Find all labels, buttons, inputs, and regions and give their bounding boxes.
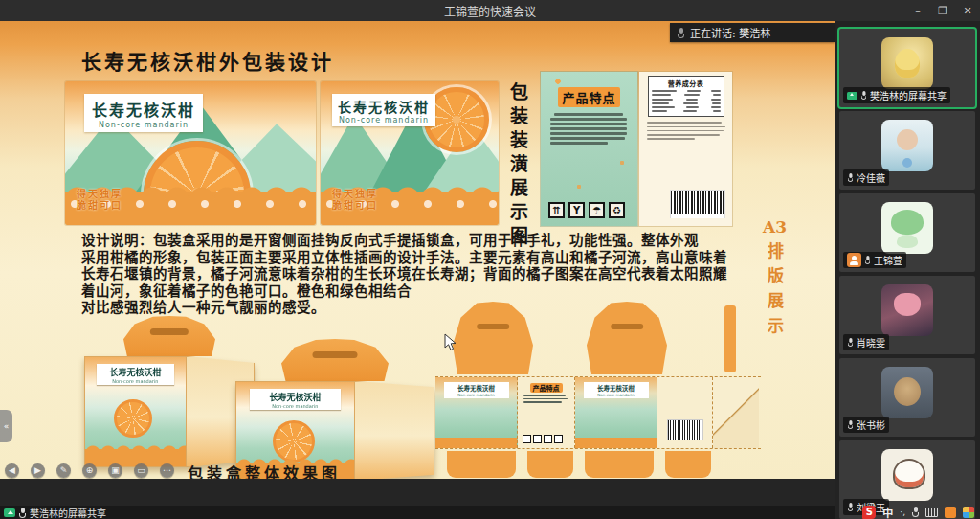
- participant-label: 冷佳薇: [843, 169, 889, 186]
- participant-tile[interactable]: 冷佳薇: [839, 111, 975, 190]
- box-gable-top: [281, 339, 389, 381]
- shared-screen: 长寿无核沃柑外包装设计 长寿无核沃柑 Non-core mandarin 得天独…: [0, 21, 835, 479]
- meeting-panel-handle[interactable]: «: [0, 410, 12, 442]
- vertical-caption: 包装装潢展示图: [505, 82, 531, 250]
- window-title: 王锦萱的快速会议: [0, 3, 980, 19]
- package-brand-label: 长寿无核沃柑 Non-core mandarin: [84, 94, 203, 132]
- mic-icon: [848, 420, 854, 429]
- share-status-label: 樊浩林的屏幕共享: [30, 506, 106, 519]
- box-render-left: 长寿无核沃柑Non-core mandarin: [84, 316, 255, 467]
- participant-name: 张书彬: [857, 417, 885, 432]
- ime-punctuation-toggle[interactable]: ·,: [900, 508, 905, 517]
- screen-share-icon: [847, 92, 858, 100]
- participant-tile-host[interactable]: 王锦萱: [839, 193, 975, 272]
- diecut-fold-panel: [713, 377, 759, 448]
- more-tools-button[interactable]: ⋯: [160, 463, 174, 478]
- participant-tile[interactable]: 张书彬: [839, 358, 975, 437]
- mouse-cursor: [444, 333, 457, 352]
- ime-voice-icon[interactable]: [912, 507, 919, 517]
- previous-slide-button[interactable]: ◀: [5, 463, 19, 478]
- description-line: 着山河，象征着橘子的色艳可口。橙色和绿色相结合: [81, 282, 763, 300]
- participant-name: 冷佳薇: [857, 170, 885, 185]
- mic-icon: [848, 173, 854, 182]
- participant-label: 肖晓雯: [843, 334, 889, 350]
- host-badge-icon: [847, 253, 861, 267]
- box-front-face: 长寿无核沃柑Non-core mandarin: [84, 356, 187, 467]
- mic-icon: [861, 91, 867, 100]
- diecut-gable-flap: [587, 302, 667, 374]
- nutrition-table: 营养成分表: [648, 76, 724, 117]
- minimize-button[interactable]: –: [905, 0, 930, 21]
- diecut-panel-row: 长寿无核沃柑Non-core mandarin 产品特点 长寿无核沃柑Non-c…: [435, 376, 761, 449]
- close-button[interactable]: ✕: [955, 0, 980, 21]
- mic-icon: [848, 338, 854, 347]
- diecut-features-panel: 产品特点: [518, 377, 575, 448]
- package-design-front: 长寿无核沃柑 Non-core mandarin 得天独厚 脆甜可口: [65, 81, 316, 225]
- screen-share-icon: [4, 508, 15, 517]
- features-title: 产品特点: [558, 87, 619, 107]
- participant-tile-sharing[interactable]: 樊浩林的屏幕共享: [839, 29, 975, 107]
- diecut-bottom-flaps: [447, 451, 711, 478]
- product-features-panel: 产品特点 ⇈ Y ☂ ♻: [541, 72, 637, 226]
- participant-label: 张书彬: [843, 417, 889, 433]
- nutrition-title: 营养成分表: [652, 79, 721, 88]
- participant-label: 樊浩林的屏幕共享: [843, 87, 950, 103]
- diecut-barcode-panel: [657, 377, 713, 448]
- description-line: 长寿石堰镇的背景，橘子河流意味着杂柑的生长环境在长寿湖；背面的橘子图案在高空代表…: [81, 265, 763, 282]
- title-bar: 王锦萱的快速会议 – ❐ ✕: [0, 0, 980, 21]
- bottom-caption: 包装盒整体效果图: [188, 461, 341, 479]
- mic-icon: [865, 256, 871, 264]
- meeting-window: 王锦萱的快速会议 – ❐ ✕ 长寿无核沃柑外包装设计 长寿无核沃柑 Non-co…: [0, 0, 980, 519]
- participant-label: 王锦萱: [843, 252, 906, 268]
- diecut-back-panel: 长寿无核沃柑Non-core mandarin: [575, 377, 657, 448]
- avatar: [881, 202, 933, 254]
- ime-language-toggle[interactable]: 中: [882, 505, 893, 519]
- mic-icon: [678, 28, 684, 38]
- participants-sidebar: 樊浩林的屏幕共享 冷佳薇 王锦萱 肖晓雯: [835, 21, 980, 519]
- recycle-icon: ♻: [609, 202, 625, 218]
- barcode: [670, 190, 725, 218]
- diecut-gable-flap: [453, 302, 533, 374]
- a3-layout-caption: A3 排版展示: [763, 217, 787, 342]
- description-line: 采用柑橘的形象，包装正面主要采用立体性插画的设计手法。主要元素有高山和橘子河流，…: [81, 249, 763, 266]
- mic-icon: [19, 508, 26, 518]
- package-design-back: 长寿无核沃柑 Non-core mandarin 得天独厚 脆甜可口: [321, 81, 499, 225]
- diecut-template: 长寿无核沃柑Non-core mandarin 产品特点 长寿无核沃柑Non-c…: [435, 302, 761, 479]
- box-render-right: 长寿无核沃柑Non-core mandarin: [235, 339, 434, 479]
- slide-grid-button[interactable]: ▣: [108, 463, 122, 478]
- ime-keyboard-icon[interactable]: [925, 508, 938, 517]
- maximize-button[interactable]: ❐: [930, 0, 955, 21]
- ime-toolbar: S 中 ·,: [862, 505, 974, 519]
- box-gable-top: [123, 316, 215, 356]
- ime-logo-icon[interactable]: S: [862, 506, 876, 519]
- laser-pointer-button[interactable]: ⊕: [82, 463, 97, 478]
- ime-skin-icon[interactable]: [945, 507, 956, 518]
- this-way-up-icon: ⇈: [548, 202, 565, 218]
- now-speaking-banner: 正在讲话: 樊浩林: [670, 23, 835, 42]
- box-side-face: [355, 381, 434, 479]
- participant-name: 肖晓雯: [857, 335, 885, 350]
- rectangle-tool-button[interactable]: ▭: [134, 463, 148, 478]
- avatar: [881, 120, 933, 171]
- now-speaking-label: 正在讲话: 樊浩林: [690, 25, 770, 40]
- window-controls: – ❐ ✕: [905, 0, 980, 21]
- product-info-panel: 营养成分表: [639, 72, 732, 226]
- barcode: [667, 419, 703, 440]
- keep-dry-icon: ☂: [589, 202, 605, 218]
- avatar: [881, 449, 933, 501]
- slide-title: 长寿无核沃柑外包装设计: [81, 46, 334, 75]
- mic-icon: [848, 503, 854, 511]
- participant-name: 樊浩林的屏幕共享: [870, 88, 947, 102]
- package-brand-label: 长寿无核沃柑 Non-core mandarin: [332, 94, 435, 126]
- next-slide-button[interactable]: ▶: [31, 463, 45, 478]
- pen-tool-button[interactable]: ✎: [56, 463, 71, 478]
- avatar: [881, 367, 933, 418]
- ime-toolbox-icon[interactable]: [963, 507, 974, 518]
- package-slogan: 得天独厚 脆甜可口: [77, 189, 122, 212]
- participant-tile[interactable]: 肖晓雯: [839, 276, 975, 354]
- packaging-symbols: ⇈ Y ☂ ♻: [548, 202, 625, 218]
- participant-name: 王锦萱: [874, 253, 902, 267]
- presenter-toolbar: ◀ ▶ ✎ ⊕ ▣ ▭ ⋯: [5, 463, 174, 478]
- product-fine-print: [645, 122, 726, 140]
- fragile-icon: Y: [568, 202, 585, 218]
